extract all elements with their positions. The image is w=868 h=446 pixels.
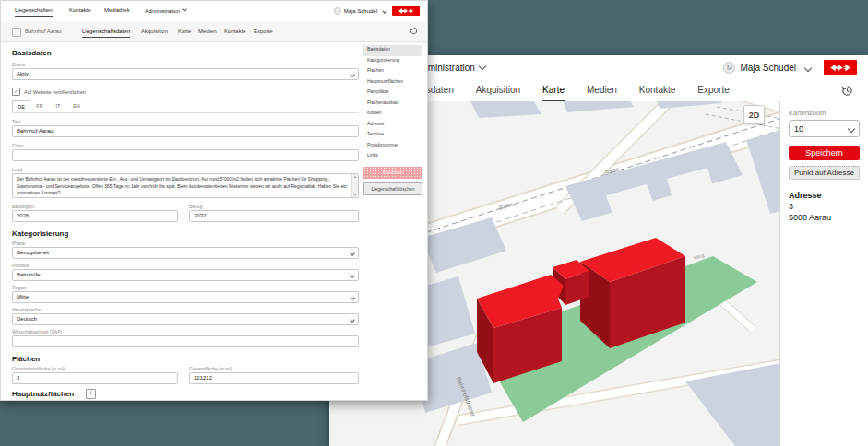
publish-checkbox-row[interactable]: ✓ Auf Website veröffentlichen: [12, 88, 86, 96]
status-select[interactable]: Aktiv: [12, 68, 359, 80]
scroll-down-icon[interactable]: ▼: [352, 193, 358, 197]
grundstuecksflaeche-input[interactable]: [12, 372, 178, 384]
rail-item-hauptnutzflaechen[interactable]: Hauptnutzflächen: [363, 77, 422, 88]
lang-tab-it[interactable]: IT: [49, 100, 67, 112]
tab-medien[interactable]: Medien: [198, 29, 217, 34]
desktop: { "colors": { "background": "#4a686e", "…: [0, 0, 868, 446]
lead-textarea[interactable]: Der Bahnhof Aarau ist der meistfrequenti…: [12, 173, 359, 198]
claim-label: Claim: [12, 143, 24, 148]
chevron-down-icon: [804, 64, 812, 71]
titel-label: Titel: [12, 119, 20, 124]
rail-item-projektnummer[interactable]: Projektnummer: [363, 141, 422, 152]
section-nav-rail: Basisdaten Kategorisierung Flächen Haupt…: [363, 45, 422, 195]
kartenzoom-label: Kartenzoom: [789, 109, 860, 117]
chevron-down-icon: [479, 63, 486, 70]
portfolio-value: Bahnhöfe: [17, 269, 41, 281]
lead-text: Der Bahnhof Aarau ist der meistfrequenti…: [17, 176, 350, 197]
rail-item-links[interactable]: Links: [363, 151, 422, 162]
form-window: Liegenschaften Kontakte Mediathek Admini…: [0, 0, 428, 401]
language-tabs: DE FR IT EN: [12, 100, 359, 113]
gesamtflaeche-input[interactable]: [189, 372, 359, 384]
tab-akquisition[interactable]: Akquisition: [476, 85, 520, 101]
nav-item-mediathek[interactable]: Mediathek: [104, 7, 130, 13]
tab-kontakte[interactable]: Kontakte: [639, 85, 675, 101]
hauptsprache-label: Hauptsprache: [12, 307, 41, 312]
rail-item-kategorisierung[interactable]: Kategorisierung: [363, 56, 422, 67]
user-menu[interactable]: M Maja Schudel: [723, 62, 811, 74]
phase-select[interactable]: Bezugsbereit: [12, 247, 359, 259]
sbb-logo: [392, 6, 420, 16]
status-label: Status: [12, 62, 25, 67]
claim-input[interactable]: [12, 149, 359, 161]
tab-karte[interactable]: Karte: [178, 29, 191, 34]
rail-item-termine[interactable]: Termine: [363, 130, 422, 141]
map-2d-toggle-button[interactable]: 2D: [743, 105, 765, 124]
delete-property-button[interactable]: Liegenschaft löschen: [363, 182, 422, 195]
rail-item-flaechenausbau[interactable]: Flächenausbau: [363, 99, 422, 110]
chevron-down-icon: [350, 251, 355, 256]
chevron-down-icon: [350, 317, 355, 323]
region-label: Region: [12, 285, 27, 290]
baubeginn-label: Baubeginn: [12, 204, 34, 209]
image-placeholder-icon: [12, 28, 21, 37]
lang-tab-en[interactable]: EN: [67, 100, 86, 112]
titel-input[interactable]: [12, 125, 359, 137]
wirtschaftseinheit-label: Wirtschaftseinheit (SAP): [12, 329, 62, 334]
rail-item-flaechen[interactable]: Flächen: [363, 66, 422, 77]
region-value: Mitte: [17, 291, 29, 303]
hauptsprache-value: Deutsch: [17, 313, 37, 325]
portfolio-label: Portfolio: [12, 263, 29, 268]
kartenzoom-value: 10: [794, 124, 803, 134]
gesamtflaeche-label: Gesamtfläche (in m²): [189, 366, 232, 371]
kartenzoom-select[interactable]: 10: [789, 120, 860, 137]
user-menu[interactable]: Maja Schudel: [334, 7, 386, 15]
wirtschaftseinheit-input[interactable]: [12, 335, 359, 347]
chevron-down-icon: [350, 72, 355, 77]
form-top-nav: Liegenschaften Kontakte Mediathek Admini…: [1, 1, 427, 22]
point-on-address-button[interactable]: Punkt auf Adresse: [789, 166, 860, 180]
scroll-up-icon[interactable]: ▲: [352, 174, 358, 179]
section-hauptnutzflaechen: Hauptnutzflächen: [12, 390, 74, 398]
save-button[interactable]: Speichern: [789, 146, 860, 160]
tab-kontakte[interactable]: Kontakte: [224, 29, 246, 34]
tab-medien[interactable]: Medien: [587, 85, 617, 101]
hauptsprache-select[interactable]: Deutsch: [12, 313, 359, 325]
nav-item-liegenschaften[interactable]: Liegenschaften: [15, 7, 53, 17]
scrollbar[interactable]: ▲ ▼: [351, 174, 358, 197]
grundstuecksflaeche-label: Grundstücksfläche (in m²): [12, 366, 65, 371]
checkbox-checked[interactable]: ✓: [12, 88, 20, 96]
baubeginn-input[interactable]: [12, 210, 178, 222]
chevron-down-icon: [848, 124, 855, 132]
nav-item-kontakte[interactable]: Kontakte: [69, 7, 91, 13]
history-icon[interactable]: [410, 27, 418, 35]
rail-item-basisdaten[interactable]: Basisdaten: [363, 45, 422, 56]
tab-liegenschaftsdaten[interactable]: Liegenschaftsdaten: [82, 29, 130, 38]
chevron-down-icon: [182, 6, 187, 12]
save-button-disabled[interactable]: Speichern: [363, 167, 422, 179]
nav-item-administration[interactable]: Administration: [145, 7, 186, 14]
user-name: Maja Schudel: [344, 8, 377, 14]
rail-item-parkplaetze[interactable]: Parkplätze: [363, 88, 422, 99]
sbb-logo: [824, 60, 857, 75]
portfolio-select[interactable]: Bahnhöfe: [12, 269, 359, 281]
chevron-down-icon: [350, 295, 355, 300]
tab-karte[interactable]: Karte: [542, 85, 565, 101]
entity-title: Bahnhof Aarau: [25, 29, 62, 34]
tab-akquisition[interactable]: Akquisition: [141, 29, 168, 34]
lang-tab-de[interactable]: DE: [12, 100, 30, 112]
avatar: M: [723, 62, 735, 74]
add-hauptnutzflaeche-button[interactable]: +: [86, 389, 96, 399]
rail-item-kosten[interactable]: Kosten: [363, 109, 422, 120]
lang-tab-fr[interactable]: FR: [30, 100, 49, 112]
bezug-input[interactable]: [189, 210, 359, 222]
publish-label: Auf Website veröffentlichen: [24, 89, 86, 95]
tab-exporte[interactable]: Exporte: [697, 85, 729, 101]
rail-item-adresse[interactable]: Adresse: [363, 120, 422, 131]
sbb-arrows-icon: [829, 64, 851, 72]
region-select[interactable]: Mitte: [12, 291, 359, 303]
map-sidebar: Kartenzoom 10 Speichern Punkt auf Adress…: [779, 101, 868, 446]
history-icon[interactable]: [841, 85, 853, 97]
section-flaechen: Flächen: [12, 355, 40, 363]
tab-exporte[interactable]: Exporte: [254, 29, 273, 34]
phase-value: Bezugsbereit: [17, 247, 49, 259]
